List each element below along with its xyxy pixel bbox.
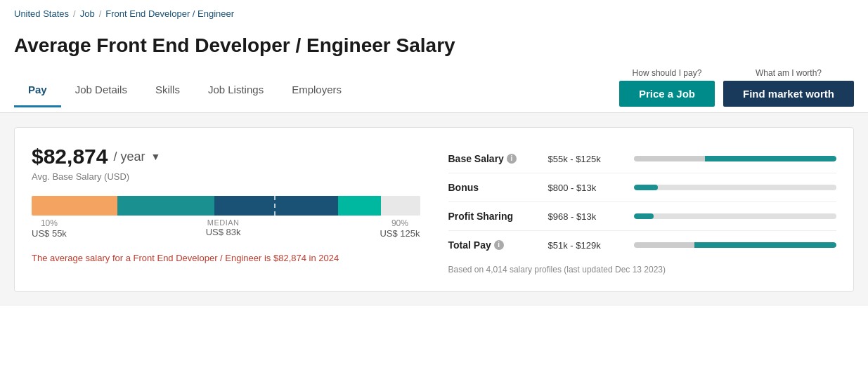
tab-employers[interactable]: Employers bbox=[278, 74, 356, 107]
row-label-text-total: Total Pay bbox=[448, 239, 491, 251]
bar-labels: 10% US$ 55k MEDIAN US$ 83k 90% US$ 125k bbox=[32, 218, 420, 239]
nav-tabs: Pay Job Details Skills Job Listings Empl… bbox=[14, 74, 356, 107]
row-total-pay: Total Pay i $51k - $129k bbox=[448, 231, 837, 259]
row-range-profit: $968 - $13k bbox=[548, 211, 626, 222]
bar-tail bbox=[381, 196, 420, 216]
row-label-base: Base Salary i bbox=[448, 153, 540, 164]
bar-label-10: 10% US$ 55k bbox=[32, 218, 67, 239]
cta-worth-label: What am I worth? bbox=[756, 68, 822, 78]
row-label-text-base: Base Salary bbox=[448, 153, 504, 164]
salary-main: $82,874 / year ▼ bbox=[32, 145, 420, 169]
price-a-job-button[interactable]: Price a Job bbox=[619, 81, 715, 107]
row-range-total: $51k - $129k bbox=[548, 240, 626, 251]
bar-median-label: MEDIAN bbox=[207, 218, 240, 227]
range-bar-bonus bbox=[634, 185, 837, 190]
range-fill-profit bbox=[634, 213, 654, 219]
content-area: $82,874 / year ▼ Avg. Base Salary (USD) bbox=[0, 113, 868, 306]
nav-cta-row: Pay Job Details Skills Job Listings Empl… bbox=[0, 68, 868, 113]
tab-job-listings[interactable]: Job Listings bbox=[194, 74, 278, 107]
bar-val-90: US$ 125k bbox=[380, 228, 420, 239]
breadcrumb-us[interactable]: United States bbox=[14, 8, 69, 19]
content-card: $82,874 / year ▼ Avg. Base Salary (USD) bbox=[14, 127, 854, 292]
row-range-base: $55k - $125k bbox=[548, 154, 626, 164]
salary-unit: / year bbox=[113, 150, 145, 164]
row-label-bonus: Bonus bbox=[448, 182, 540, 193]
cta-price-block: How should I pay? Price a Job bbox=[619, 68, 715, 107]
tab-skills[interactable]: Skills bbox=[141, 74, 194, 107]
cta-worth-block: What am I worth? Find market worth bbox=[723, 68, 854, 107]
bar-val-10: US$ 55k bbox=[32, 228, 67, 239]
range-bar-total bbox=[634, 242, 837, 248]
row-profit-sharing: Profit Sharing $968 - $13k bbox=[448, 202, 837, 231]
bar-median-val: US$ 83k bbox=[206, 227, 241, 237]
breadcrumb-sep-2: / bbox=[99, 8, 102, 19]
range-bar-profit bbox=[634, 213, 837, 219]
breadcrumb-current[interactable]: Front End Developer / Engineer bbox=[105, 8, 234, 19]
salary-bar-chart: 10% US$ 55k MEDIAN US$ 83k 90% US$ 125k bbox=[32, 196, 420, 239]
salary-amount: $82,874 bbox=[32, 145, 108, 169]
find-market-worth-button[interactable]: Find market worth bbox=[723, 81, 854, 107]
info-icon-base[interactable]: i bbox=[507, 154, 517, 164]
cta-group: How should I pay? Price a Job What am I … bbox=[619, 68, 854, 112]
salary-dropdown-arrow[interactable]: ▼ bbox=[150, 151, 160, 162]
data-source: Based on 4,014 salary profiles (last upd… bbox=[448, 265, 837, 275]
bar-pct-90: 90% bbox=[391, 218, 408, 228]
row-label-text-profit: Profit Sharing bbox=[448, 211, 514, 222]
range-fill-total bbox=[634, 242, 837, 248]
salary-rows: Base Salary i $55k - $125k Bonus $ bbox=[448, 145, 837, 259]
tab-pay[interactable]: Pay bbox=[14, 74, 61, 107]
tab-job-details[interactable]: Job Details bbox=[61, 74, 141, 107]
bar-label-90: 90% US$ 125k bbox=[380, 218, 420, 239]
bar-label-median: MEDIAN US$ 83k bbox=[206, 218, 241, 237]
bar-end bbox=[338, 196, 381, 216]
range-fill-bonus bbox=[634, 185, 659, 190]
bar-dashed-line bbox=[274, 196, 276, 216]
bar-track bbox=[32, 196, 420, 216]
cta-price-label: How should I pay? bbox=[633, 68, 702, 78]
range-bar-base bbox=[634, 156, 837, 161]
row-label-total: Total Pay i bbox=[448, 239, 540, 251]
breadcrumb: United States / Job / Front End Develope… bbox=[0, 0, 868, 27]
range-fill-base bbox=[634, 156, 837, 161]
salary-sub: Avg. Base Salary (USD) bbox=[32, 171, 420, 182]
bar-low bbox=[32, 196, 117, 216]
row-bonus: Bonus $800 - $13k bbox=[448, 173, 837, 202]
page-title: Average Front End Developer / Engineer S… bbox=[14, 34, 854, 57]
row-label-text-bonus: Bonus bbox=[448, 182, 479, 193]
row-label-profit: Profit Sharing bbox=[448, 211, 540, 222]
info-icon-total[interactable]: i bbox=[494, 240, 504, 250]
bar-pct-10: 10% bbox=[41, 218, 58, 228]
bar-high bbox=[214, 196, 339, 216]
row-base-salary: Base Salary i $55k - $125k bbox=[448, 145, 837, 173]
salary-footnote: The average salary for a Front End Devel… bbox=[32, 253, 420, 263]
breadcrumb-job[interactable]: Job bbox=[80, 8, 95, 19]
row-range-bonus: $800 - $13k bbox=[548, 183, 626, 193]
breadcrumb-sep-1: / bbox=[73, 8, 76, 19]
left-panel: $82,874 / year ▼ Avg. Base Salary (USD) bbox=[32, 145, 420, 275]
right-panel: Base Salary i $55k - $125k Bonus $ bbox=[448, 145, 837, 275]
bar-mid bbox=[117, 196, 214, 216]
